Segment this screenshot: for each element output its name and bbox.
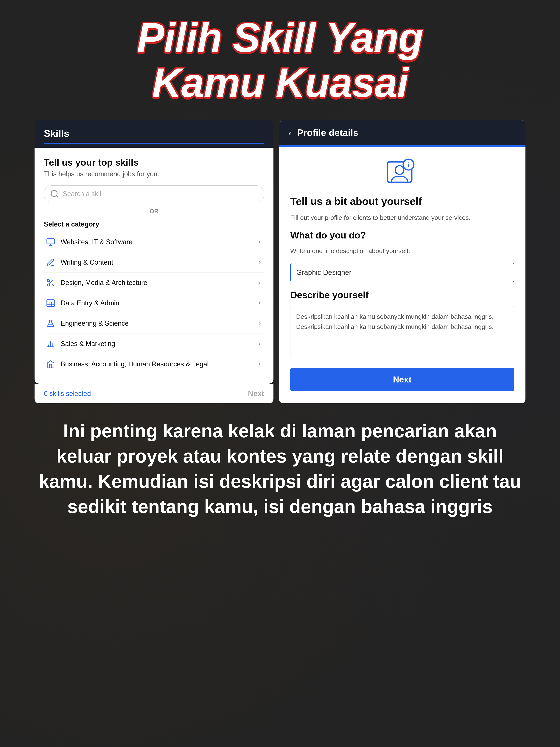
chevron-right-icon — [257, 361, 262, 367]
category-item-writing[interactable]: Writing & Content — [44, 252, 264, 273]
skills-header: Skills — [34, 120, 273, 148]
title-section: Pilih Skill Yang Kamu Kuasai — [118, 15, 442, 105]
bottom-text: Ini penting karena kelak di laman pencar… — [37, 418, 523, 519]
scissors-icon — [46, 278, 55, 288]
or-text: OR — [150, 208, 158, 215]
describe-textarea[interactable]: Deskripsikan keahlian kamu sebanyak mung… — [290, 306, 514, 358]
skills-blue-bar — [44, 143, 264, 144]
skills-header-title: Skills — [44, 128, 264, 139]
skills-body-subtitle: This helps us recommend jobs for you. — [44, 170, 264, 178]
main-title: Pilih Skill Yang Kamu Kuasai — [137, 15, 423, 105]
svg-point-0 — [51, 190, 57, 197]
pen-icon — [46, 258, 55, 267]
svg-rect-10 — [47, 300, 54, 306]
category-item-websites[interactable]: Websites, IT & Software — [44, 232, 264, 252]
category-item-design[interactable]: Design, Media & Architecture — [44, 273, 264, 293]
category-list: Websites, IT & Software — [44, 232, 264, 374]
skill-search-box[interactable]: Search a skill — [44, 185, 264, 202]
category-item-engineering[interactable]: Engineering & Science — [44, 313, 264, 334]
skills-next-button[interactable]: Next — [248, 389, 264, 398]
category-item-sales[interactable]: Sales & Marketing — [44, 334, 264, 354]
chevron-right-icon — [257, 239, 262, 245]
svg-rect-20 — [47, 363, 54, 368]
category-label-business: Business, Accounting, Human Resources & … — [61, 360, 251, 368]
profile-panel: ‹ Profile details i T — [279, 120, 526, 403]
category-label-websites: Websites, IT & Software — [61, 238, 251, 246]
chart-icon — [46, 339, 55, 349]
building-icon — [46, 359, 55, 369]
svg-line-8 — [52, 284, 54, 286]
svg-line-9 — [49, 281, 51, 283]
chevron-right-icon — [257, 300, 262, 306]
skills-bottom-bar: 0 skills selected Next — [34, 384, 273, 403]
search-icon — [50, 189, 59, 199]
profile-body: i Tell us a bit about yourself Fill out … — [279, 147, 526, 403]
profile-header: ‹ Profile details — [279, 120, 526, 145]
category-label-writing: Writing & Content — [61, 258, 251, 266]
svg-rect-2 — [47, 239, 54, 244]
chevron-right-icon — [257, 321, 262, 326]
profile-section-title: Tell us a bit about yourself — [290, 195, 514, 207]
chevron-right-icon — [257, 280, 262, 286]
category-label-engineering: Engineering & Science — [61, 319, 251, 327]
category-label-sales: Sales & Marketing — [61, 340, 251, 348]
what-do-you-do-title: What do you do? — [290, 230, 514, 241]
category-item-business[interactable]: Business, Accounting, Human Resources & … — [44, 354, 264, 374]
chevron-right-icon — [257, 260, 262, 265]
bottom-text-section: Ini penting karena kelak di laman pencar… — [0, 418, 560, 519]
category-label-design: Design, Media & Architecture — [61, 279, 251, 287]
profile-info-icon: i — [385, 158, 419, 188]
profile-section-desc: Fill out your profile for clients to bet… — [290, 213, 514, 223]
monitor-icon — [46, 237, 55, 247]
chevron-right-icon — [257, 341, 262, 346]
table-icon — [46, 298, 55, 308]
category-label-data-entry: Data Entry & Admin — [61, 299, 251, 307]
select-category-label: Select a category — [44, 221, 264, 228]
skills-panel: Skills Tell us your top skills This help… — [34, 120, 273, 403]
svg-text:i: i — [408, 161, 409, 168]
or-line-left — [44, 211, 146, 211]
category-item-data-entry[interactable]: Data Entry & Admin — [44, 293, 264, 313]
profile-next-button[interactable]: Next — [290, 368, 514, 391]
skills-body-title: Tell us your top skills — [44, 157, 264, 168]
what-do-you-do-input[interactable] — [290, 263, 514, 282]
back-arrow-icon[interactable]: ‹ — [288, 127, 292, 138]
profile-blue-bar — [279, 145, 526, 147]
search-placeholder: Search a skill — [63, 190, 103, 198]
svg-line-1 — [56, 196, 58, 197]
skills-body: Tell us your top skills This helps us re… — [34, 148, 273, 384]
profile-header-title: Profile details — [297, 127, 358, 138]
describe-title: Describe yourself — [290, 290, 514, 301]
or-divider: OR — [44, 208, 264, 215]
panels-container: Skills Tell us your top skills This help… — [28, 120, 532, 403]
or-line-right — [162, 211, 264, 211]
flask-icon — [46, 318, 55, 328]
svg-point-5 — [47, 279, 50, 282]
svg-point-25 — [395, 166, 404, 175]
svg-point-6 — [47, 284, 50, 286]
what-desc: Write a one line description about yours… — [290, 247, 514, 255]
skills-count: 0 skills selected — [44, 390, 91, 397]
profile-icon-area: i — [290, 158, 514, 188]
